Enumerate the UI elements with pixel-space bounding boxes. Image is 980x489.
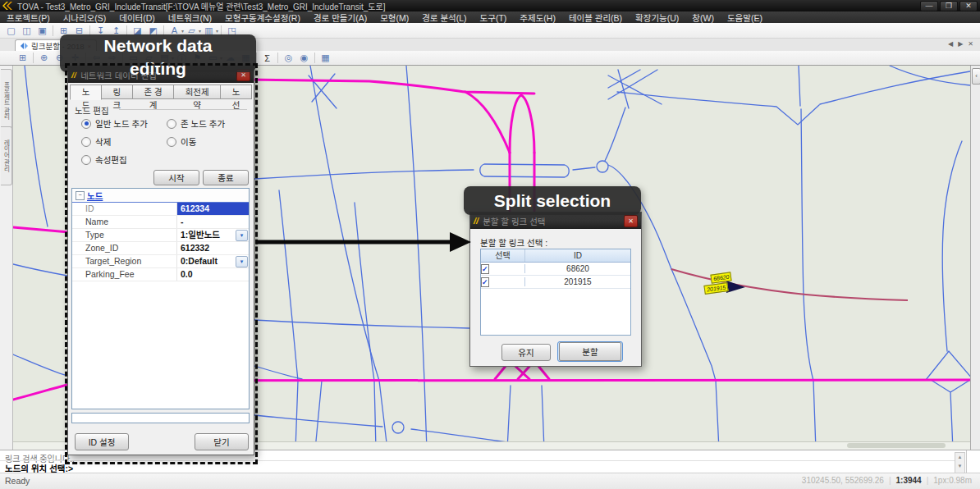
grid-row-parking-fee[interactable]: Parking_Fee 0.0 (72, 268, 249, 281)
start-button[interactable]: 시작 (153, 170, 199, 185)
split-link-label: 분할 할 링크 선택 : (480, 236, 547, 249)
collapse-panel-icon[interactable]: ‹ (972, 68, 980, 85)
split-dialog-titlebar[interactable]: // 분할 할 링크 선택 ✕ (470, 213, 641, 229)
sidebar-tab-project[interactable]: 프로젝트 관리 (1, 69, 12, 133)
radio-delete[interactable]: 삭제 (81, 135, 111, 148)
menu-model[interactable]: 모형(M) (373, 11, 415, 24)
tile-windows-icon[interactable]: ⊞ (16, 52, 30, 64)
grid-row-target-region[interactable]: Target_Region 0:Default ▼ (72, 255, 249, 268)
title-bar: TOVA - Test3_Metro_GRI_IncludeTransit[F:… (0, 0, 980, 11)
close-button[interactable]: ✕ (959, 1, 978, 11)
menu-table-manage[interactable]: 테이블 관리(B) (562, 11, 629, 24)
network-dialog-tabs: 노드 링크 존 경계 회전제약 노선 (70, 85, 252, 100)
menu-network[interactable]: 네트워크(N) (162, 11, 218, 24)
left-dock-panel: 프로젝트 관리 레이어 관리 (0, 66, 13, 450)
grid-row-type[interactable]: Type 1:일반노드 ▼ (72, 229, 249, 242)
sidebar-tab-layers[interactable]: 레이어 관리 (1, 126, 12, 185)
route-circle-icon[interactable]: ◎ (282, 52, 295, 64)
set-id-button[interactable]: ID 설정 (75, 433, 129, 450)
eraser-dropdown-icon[interactable]: ▾ (199, 28, 201, 34)
route-circle2-icon[interactable]: ◉ (297, 52, 311, 64)
keep-button[interactable]: 유지 (501, 344, 551, 361)
app-logo-icon (2, 2, 14, 10)
menu-help[interactable]: 도움말(E) (721, 11, 769, 24)
cursor-coordinates: 310245.50, 552699.26 (802, 476, 884, 485)
menu-extensions[interactable]: 확장기능(U) (629, 11, 685, 24)
chart-dropdown-icon[interactable]: ▾ (216, 28, 218, 34)
checkbox-link-1[interactable]: ✓ (481, 264, 489, 274)
tab-zone-boundary[interactable]: 존 경계 (133, 85, 174, 99)
close-dialog-button[interactable]: 닫기 (195, 433, 249, 450)
table-row[interactable]: ✓ 68620 (481, 263, 630, 276)
menu-route-analysis[interactable]: 경로 분석(L) (415, 11, 473, 24)
menu-scenario[interactable]: 시나리오(S) (57, 11, 113, 24)
annotation-arrow (246, 222, 476, 263)
tab-route[interactable]: 노선 (221, 85, 252, 99)
zoom-in-icon[interactable]: ⊕ (37, 52, 51, 64)
split-link-table: 선택 ID ✓ 68620 ✓ 201915 (480, 249, 631, 336)
tab-close-icon[interactable]: ✕ (968, 40, 973, 48)
tab-node[interactable]: 노드 (70, 85, 102, 100)
split-link-dialog: // 분할 할 링크 선택 ✕ 분할 할 링크 선택 : 선택 ID ✓ 686… (469, 212, 642, 367)
menu-data[interactable]: 데이터(D) (112, 11, 162, 24)
menu-project[interactable]: 프로젝트(P) (0, 11, 57, 24)
grid-row-zone-id[interactable]: Zone_ID 612332 (72, 242, 249, 255)
status-bar: Ready 310245.50, 552699.26 | 1:3944 | 1p… (0, 473, 980, 489)
property-grid-header[interactable]: − 노드 (72, 189, 249, 203)
checkbox-link-2[interactable]: ✓ (481, 277, 489, 287)
map-scale: 1:3944 (896, 476, 922, 485)
radio-add-normal-node[interactable]: 일반 노드 추가 (81, 117, 148, 130)
grid-row-id[interactable]: ID 612334 (72, 203, 249, 216)
new-project-icon[interactable]: ▢ (4, 25, 18, 37)
callout-split-selection: Split selection (464, 186, 641, 215)
tab-next-icon[interactable]: ▶ (958, 40, 963, 48)
menu-thematic-map[interactable]: 주제도(H) (513, 11, 562, 24)
end-button[interactable]: 종료 (203, 170, 249, 185)
grid-row-name[interactable]: Name - (72, 216, 249, 229)
menu-bar: 프로젝트(P) 시나리오(S) 데이터(D) 네트워크(N) 모형구동계수설정(… (0, 11, 980, 23)
callout-network-editing: Network data editing (60, 34, 256, 72)
split-table-header: 선택 ID (481, 249, 630, 263)
text-tool-dropdown-icon[interactable]: ▾ (181, 28, 184, 34)
radio-move[interactable]: 이동 (167, 135, 196, 148)
tab-turn-restriction[interactable]: 회전제약 (174, 85, 221, 99)
network-edit-dialog: // 네트워크 데이터 편집 ✕ 노드 링크 존 경계 회전제약 노선 노드 편… (67, 66, 254, 455)
open-project-icon[interactable]: ◫ (20, 25, 34, 37)
window-title: TOVA - Test3_Metro_GRI_IncludeTransit[F:… (17, 0, 385, 12)
menu-window[interactable]: 창(W) (685, 11, 721, 24)
radio-edit-attributes[interactable]: 속성편집 (81, 153, 127, 166)
node-property-grid: − 노드 ID 612334 Name - Type 1:일반노드 ▼ Zone… (71, 188, 250, 409)
grid-footer-strip (71, 413, 250, 423)
radio-add-zone-node[interactable]: 존 노드 추가 (167, 117, 225, 130)
sigma-icon[interactable]: Σ (260, 52, 274, 64)
tab-prev-icon[interactable]: ◀ (948, 40, 953, 48)
ready-status: Ready (5, 476, 30, 486)
split-dialog-title: 분할 할 링크 선택 (483, 215, 545, 227)
restore-button[interactable]: ❐ (940, 1, 958, 11)
menu-model-coefficients[interactable]: 모형구동계수설정(R) (218, 11, 307, 24)
split-dialog-close-icon[interactable]: ✕ (624, 215, 638, 227)
save-project-icon[interactable]: ▣ (35, 25, 49, 37)
menu-route-build[interactable]: 경로 만들기(A) (307, 11, 373, 24)
minimize-button[interactable]: — (920, 1, 938, 11)
menu-tools[interactable]: 도구(T) (474, 11, 514, 24)
split-button[interactable]: 분할 (557, 341, 623, 362)
node-edit-group-title: 노드 편집 (75, 104, 109, 117)
tab-link[interactable]: 링크 (102, 85, 133, 99)
split-point-arrow-marker (726, 281, 745, 293)
application-window: TOVA - Test3_Metro_GRI_IncludeTransit[F:… (0, 0, 980, 489)
map-doc-icon (21, 43, 28, 49)
table-row[interactable]: ✓ 201915 (481, 276, 630, 289)
message-scrollbar[interactable]: ▲▼ (955, 452, 965, 473)
table-grid-icon[interactable]: ▦ (318, 52, 332, 64)
collapse-icon[interactable]: − (76, 191, 85, 200)
pixel-resolution: 1px:0.98m (933, 476, 972, 485)
map-vertical-scrollbar[interactable]: ‹ (970, 66, 980, 450)
